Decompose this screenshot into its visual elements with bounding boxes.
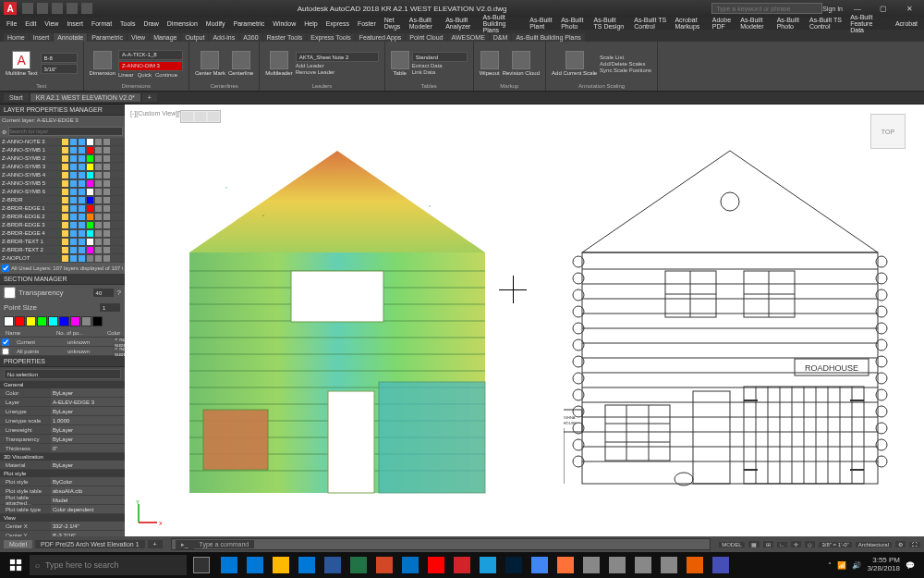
prop-row[interactable]: TransparencyByLayer [0, 435, 125, 444]
ribbon-tab-insert[interactable]: Insert [30, 33, 54, 42]
ribbon-tab-awesome[interactable]: AWESOME [448, 33, 489, 42]
qat-undo-icon[interactable] [67, 3, 78, 14]
prop-row[interactable]: Plot table typeColor dependent [0, 505, 125, 514]
vp-tool-icon[interactable] [195, 112, 206, 121]
ribbon-tab-d&m[interactable]: D&M [490, 33, 512, 42]
prop-row[interactable]: LinetypeByLayer [0, 407, 125, 416]
drawing-canvas[interactable]: [-][Custom View][Wireframe] TOP [125, 105, 924, 536]
taskbar-app-edge[interactable] [242, 554, 268, 576]
task-view-icon[interactable] [188, 554, 214, 576]
prop-row[interactable]: Center Y8'-3 7/16" [0, 531, 125, 536]
status-gear-icon[interactable]: ⚙ [895, 541, 906, 547]
ribbon-tab-raster-tools[interactable]: Raster Tools [263, 33, 307, 42]
swatch[interactable] [70, 316, 80, 326]
taskbar-app-notepad[interactable] [578, 554, 604, 576]
taskbar-app-autocad[interactable] [449, 554, 475, 576]
taskbar-app-task-view[interactable] [216, 554, 242, 576]
layout-tab-new-icon[interactable]: + [148, 540, 163, 548]
menu-as-built-analyzer[interactable]: As-Built Analyzer [443, 17, 477, 30]
leader-style-dropdown[interactable]: AKTA_Sheet Note 2 [296, 52, 379, 62]
status-osnap-icon[interactable]: ◇ [805, 541, 815, 547]
start-button[interactable] [4, 554, 28, 576]
multileader-button[interactable]: Multileader [265, 51, 292, 76]
menu-as-built-photo[interactable]: As-Built Photo [774, 17, 804, 30]
close-button[interactable]: ✕ [898, 1, 920, 16]
ribbon-tab-point-cloud[interactable]: Point Cloud [406, 33, 446, 42]
section-row[interactable]: Currentunknown< not supported> [0, 338, 125, 347]
table-button[interactable]: Table [391, 51, 409, 76]
layer-row[interactable]: Z-ANNO-SYMB 6 [0, 188, 125, 196]
prop-row[interactable]: Plot styleByColor [0, 477, 125, 486]
menu-modify[interactable]: Modify [203, 20, 228, 27]
dim-continue-button[interactable]: Continue [155, 72, 177, 78]
ribbon-tab-add-ins[interactable]: Add-ins [209, 33, 238, 42]
layer-row[interactable]: Z-ANNO-SYMB 5 [0, 179, 125, 188]
menu-insert[interactable]: Insert [64, 20, 86, 27]
layout-tab-model[interactable]: Model [4, 540, 32, 548]
layer-filter-icon[interactable]: ⚙ [2, 129, 6, 135]
center-mark-button[interactable]: Center Mark [195, 51, 225, 76]
dimension-button[interactable]: Dimension [90, 51, 116, 76]
text-style-dropdown[interactable]: B-8 [41, 53, 78, 63]
status-fullscreen-icon[interactable]: ⛶ [909, 542, 920, 547]
dim-style-dropdown[interactable]: A-A-TICK-1_8 [118, 50, 183, 60]
layer-row[interactable]: Z-BRDR-EDGE 3 [0, 221, 125, 229]
extract-data-button[interactable]: Extract Data [412, 63, 468, 68]
layer-row[interactable]: Z-BRDR-TEXT 1 [0, 238, 125, 246]
taskbar-app-chrome[interactable] [527, 554, 553, 576]
taskbar-app-acrobat[interactable] [423, 554, 449, 576]
menu-tools[interactable]: Tools [117, 20, 138, 27]
taskbar-app-store[interactable] [294, 554, 320, 576]
signin-button[interactable]: Sign In [822, 6, 843, 12]
layer-row[interactable]: Z-BRDR-EDGE 2 [0, 213, 125, 221]
prop-row[interactable]: Thickness0" [0, 444, 125, 453]
taskbar-app-calc[interactable] [604, 554, 630, 576]
menu-format[interactable]: Format [89, 20, 115, 27]
prop-row[interactable]: Linetype scale1.0000 [0, 416, 125, 425]
status-grid-icon[interactable]: ▦ [748, 541, 760, 547]
menu-as-built-ts-control[interactable]: As-Built TS Control [807, 17, 845, 30]
transparency-checkbox[interactable] [4, 287, 16, 299]
layer-filter-checkbox[interactable] [2, 264, 9, 272]
taskbar-app-photoshop[interactable] [501, 554, 527, 576]
prop-category[interactable]: View [0, 514, 125, 522]
ribbon-tab-featured-apps[interactable]: Featured Apps [356, 33, 406, 42]
add-current-scale-button[interactable]: Add Current Scale [552, 51, 597, 76]
menu-foster[interactable]: Foster [355, 20, 379, 27]
taskbar-app-outlook[interactable] [397, 554, 423, 576]
sync-scale-button[interactable]: Sync Scale Positions [600, 68, 651, 73]
menu-as-built-ts-control[interactable]: As-Built TS Control [631, 17, 669, 30]
ribbon-tab-home[interactable]: Home [4, 33, 29, 42]
qat-save-icon[interactable] [52, 3, 63, 14]
section-row[interactable]: All pointsunknown< not supported> [0, 347, 125, 356]
menu-adobe-pdf[interactable]: Adobe PDF [710, 17, 735, 30]
swatch[interactable] [48, 316, 58, 326]
prop-row[interactable]: Center X332'-2 1/4" [0, 522, 125, 531]
status-model-button[interactable]: MODEL [719, 542, 744, 547]
text-height-dropdown[interactable]: 3/16" [41, 64, 78, 74]
status-ortho-icon[interactable]: ∟ [777, 542, 788, 547]
swatch[interactable] [15, 316, 25, 326]
taskbar-app-snip[interactable] [630, 554, 656, 576]
dim-linear-button[interactable]: Linear [118, 72, 134, 78]
layout-tab-sheet[interactable]: PDF Prel25 Arch West Elevation 1 [35, 540, 144, 548]
ribbon-tab-as-built-building-plans[interactable]: As-Built Building Plans [512, 33, 584, 42]
selection-dropdown[interactable]: No selection [4, 369, 121, 379]
layer-row[interactable]: Z-ANNO-SYMB 3 [0, 163, 125, 171]
menu-file[interactable]: File [4, 20, 19, 27]
swatch[interactable] [81, 316, 91, 326]
file-tab-current[interactable]: KR A2.1 WEST ELEVATION V2.0* [30, 93, 140, 102]
menu-dimension[interactable]: Dimension [164, 20, 201, 27]
prop-row[interactable]: LineweightByLayer [0, 425, 125, 435]
taskbar-app-powerpoint[interactable] [371, 554, 397, 576]
scale-list-button[interactable]: Scale List [600, 55, 651, 60]
status-polar-icon[interactable]: ✛ [791, 541, 801, 547]
menu-express[interactable]: Express [323, 20, 352, 27]
swatch[interactable] [37, 316, 47, 326]
section-help-icon[interactable]: ? [117, 289, 121, 297]
table-style-dropdown[interactable]: Standard [412, 52, 468, 62]
taskbar-app-recap[interactable] [475, 554, 501, 576]
file-tab-new-icon[interactable]: + [142, 93, 157, 102]
tray-volume-icon[interactable]: 🔊 [852, 561, 861, 570]
taskbar-app-folder[interactable] [268, 554, 294, 576]
